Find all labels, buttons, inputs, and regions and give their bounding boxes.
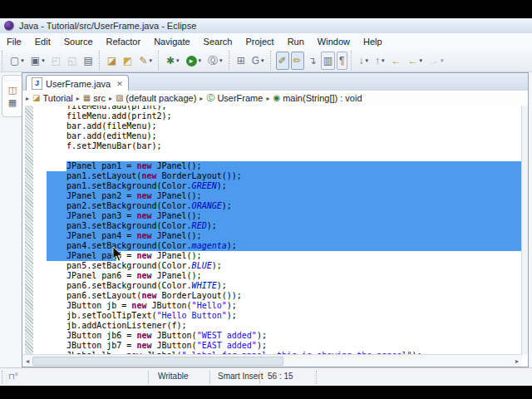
code-line: JPanel pan2 = new JPanel(); [47, 191, 522, 201]
toolbar-group: ✐✏↴▥¶ [270, 51, 351, 71]
back-icon-dropdown[interactable]: ▾ [420, 57, 423, 64]
code-line: jb.setToolTipText("Hello Button"); [47, 311, 522, 321]
menu-file[interactable]: File [0, 33, 28, 50]
java-search-icon[interactable]: G▾ [249, 52, 267, 70]
package-explorer-view-icon[interactable]: ▦ [8, 97, 17, 107]
save-icon[interactable]: ◰ [49, 52, 63, 70]
debug-icon[interactable]: ✱▾ [164, 52, 182, 70]
mouse-cursor [111, 246, 123, 263]
breadcrumb-item-userframe[interactable]: ⒸUserFrame [206, 93, 263, 103]
back-icon: ← [408, 54, 418, 67]
run-external-icon[interactable]: Ⓠ▾ [205, 52, 225, 70]
menu-help[interactable]: Help [357, 33, 389, 50]
menu-window[interactable]: Window [311, 33, 357, 50]
back-icon[interactable]: ←▾ [406, 52, 426, 70]
save-all-icon[interactable]: ◱ [65, 52, 79, 70]
menu-run[interactable]: Run [281, 33, 311, 50]
breadcrumb-item-tutorial[interactable]: ◪Tutorial [32, 93, 73, 103]
breadcrumb-toggle[interactable]: ✏ [291, 52, 304, 70]
code-line: fileMenu.add(print); [47, 106, 522, 111]
previous-annotation-icon[interactable]: ↑▾ [372, 52, 387, 70]
status-handle [2, 371, 2, 384]
menu-refactor[interactable]: Refactor [100, 33, 148, 50]
fast-view-icons: ◫▦ [8, 82, 17, 107]
menu-navigate[interactable]: Navigate [147, 33, 196, 50]
fast-view-bar: ······ ◫▦ [2, 75, 23, 117]
block-selection-toggle[interactable]: ▥ [321, 52, 335, 70]
save-all-icon: ◱ [67, 54, 76, 67]
run-icon[interactable]: ▸▾ [184, 52, 204, 70]
run-icon: ▸ [186, 56, 197, 66]
new-wizard-icon[interactable]: ▢▾ [7, 52, 27, 70]
new-java-element-icon: ▣ [31, 54, 40, 67]
new-java-element-icon[interactable]: ▣▾ [28, 52, 47, 70]
run-icon-dropdown[interactable]: ▾ [199, 57, 202, 64]
print-icon[interactable]: ▤ [81, 52, 95, 70]
folder-open-icon[interactable]: ◪ [105, 52, 119, 70]
new-wizard-icon-dropdown[interactable]: ▾ [21, 57, 24, 64]
java-file-icon: J [32, 77, 42, 90]
external-tools-icon[interactable]: ✎▾ [136, 52, 155, 70]
restore-view-icon[interactable]: ◫ [8, 85, 17, 95]
editor-state-icon: ⊓° [8, 372, 18, 381]
breadcrumb-arrow-icon[interactable]: ▸ [26, 95, 29, 102]
menu-project[interactable]: Project [239, 33, 280, 50]
external-tools-icon: ✎ [139, 54, 147, 67]
forward-icon[interactable]: →▾ [426, 52, 446, 70]
code-line: JButton jb = new JButton("Hello"); [47, 301, 522, 311]
new-java-element-icon-dropdown[interactable]: ▾ [42, 57, 45, 64]
external-tools-icon-dropdown[interactable]: ▾ [150, 57, 153, 64]
menu-bar: FileEditSourceRefactorNavigateSearchProj… [0, 33, 532, 51]
horizontal-scroll-thumb[interactable] [32, 357, 283, 366]
previous-annotation-icon: ↑ [375, 54, 380, 67]
scroll-left-icon[interactable]: ◂ [22, 357, 32, 365]
breadcrumb-toggle: ✏ [293, 54, 302, 67]
scroll-right-icon[interactable]: ▸ [512, 357, 522, 365]
menu-edit[interactable]: Edit [28, 33, 57, 50]
debug-icon-dropdown[interactable]: ▾ [176, 57, 180, 64]
mark-occurrences-toggle: ✐ [278, 54, 287, 67]
status-separator [316, 371, 317, 384]
toolbar-group: ↓▾↑▾←←▾→▾ [351, 51, 450, 71]
code-editor[interactable]: fileMenu.add(print); fileMenu.add(print2… [22, 106, 522, 355]
java-search-icon-dropdown[interactable]: ▾ [261, 57, 264, 64]
menu-source[interactable]: Source [57, 33, 100, 50]
breadcrumb-arrow-icon[interactable]: ▸ [266, 95, 269, 102]
default-package-icon: ▨ [116, 94, 123, 102]
run-external-icon-dropdown[interactable]: ▾ [219, 57, 223, 64]
next-annotation-icon: ↓ [359, 54, 364, 67]
previous-annotation-icon-dropdown[interactable]: ▾ [382, 57, 385, 64]
next-annotation-icon-dropdown[interactable]: ▾ [366, 57, 369, 64]
editor-area: J UserFrame.java ✕ ▸◪Tutorial▸▦src▸▨(def… [22, 72, 529, 367]
folder-icon[interactable]: ◩ [121, 52, 135, 70]
last-edit-location-icon[interactable]: ← [389, 52, 404, 70]
next-annotation-icon[interactable]: ↓▾ [357, 52, 372, 70]
show-whitespace-toggle[interactable]: ¶ [337, 52, 347, 70]
code-line: f.setJMenuBar(bar); [47, 141, 522, 151]
link-with-editor-icon[interactable]: ↴ [306, 52, 319, 70]
code-line: pan2.setBackground(Color.ORANGE); [47, 201, 522, 211]
forward-icon-dropdown[interactable]: ▾ [441, 57, 444, 64]
tab-userframe-java[interactable]: J UserFrame.java ✕ [26, 75, 129, 91]
code-line: JButton jb7 = new JButton("EAST added"); [47, 341, 522, 351]
code-line: jb.addActionListener(f); [47, 321, 522, 331]
status-input-mode: Smart Insert [218, 372, 263, 381]
breadcrumb-item-src[interactable]: ▦src [83, 93, 106, 103]
horizontal-scrollbar[interactable]: ◂ ▸ [22, 354, 522, 367]
status-separator [209, 371, 210, 384]
title-bar: Java - Tutorial/src/UserFrame.java - Ecl… [0, 18, 532, 34]
link-with-editor-icon: ↴ [308, 54, 317, 67]
tab-close-icon[interactable]: ✕ [116, 80, 123, 88]
code-line: fileMenu.add(print2); [47, 111, 522, 121]
menu-search[interactable]: Search [197, 33, 239, 50]
breadcrumb-arrow-icon[interactable]: ▸ [109, 95, 112, 102]
eclipse-logo-icon [4, 21, 14, 31]
breadcrumb-arrow-icon[interactable]: ▸ [200, 95, 203, 102]
mark-occurrences-toggle[interactable]: ✐ [276, 52, 289, 70]
breadcrumb-arrow-icon[interactable]: ▸ [76, 95, 80, 102]
breadcrumb-item-main-method[interactable]: ◉main(String[]) : void [273, 93, 362, 103]
breadcrumb-item-default-package[interactable]: ▨(default package) [116, 93, 196, 103]
folder-icon: ◩ [123, 54, 132, 67]
overview-ruler[interactable] [521, 106, 528, 355]
new-java-project-icon[interactable]: ⊞ [234, 52, 248, 70]
